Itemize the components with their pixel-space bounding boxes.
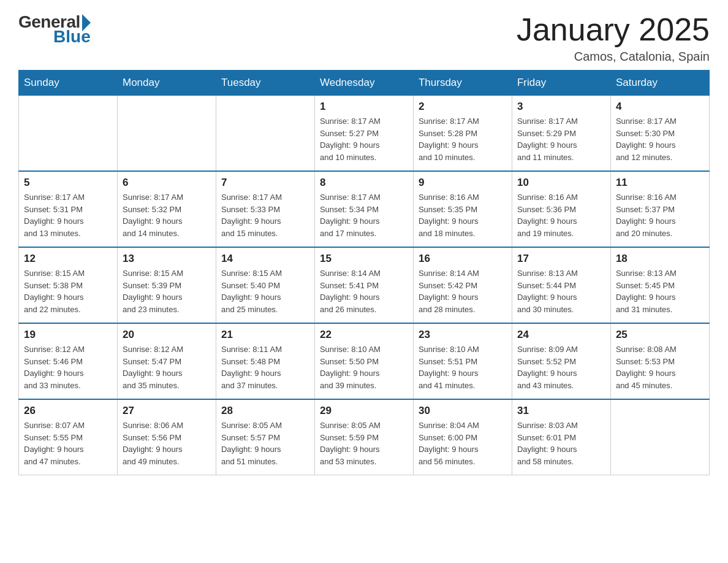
- day-number: 19: [24, 329, 112, 341]
- calendar-day-cell: 15Sunrise: 8:14 AMSunset: 5:41 PMDayligh…: [314, 247, 413, 323]
- calendar-day-cell: 18Sunrise: 8:13 AMSunset: 5:45 PMDayligh…: [610, 247, 709, 323]
- day-of-week-header: Monday: [117, 71, 216, 96]
- calendar-day-cell: 27Sunrise: 8:06 AMSunset: 5:56 PMDayligh…: [117, 399, 216, 475]
- day-number: 26: [24, 405, 112, 417]
- day-info: Sunrise: 8:13 AMSunset: 5:44 PMDaylight:…: [517, 267, 605, 315]
- day-info: Sunrise: 8:12 AMSunset: 5:47 PMDaylight:…: [123, 343, 211, 391]
- calendar-day-cell: [117, 96, 216, 172]
- calendar-day-cell: 17Sunrise: 8:13 AMSunset: 5:44 PMDayligh…: [512, 247, 610, 323]
- day-info: Sunrise: 8:14 AMSunset: 5:42 PMDaylight:…: [419, 267, 507, 315]
- calendar-day-cell: 14Sunrise: 8:15 AMSunset: 5:40 PMDayligh…: [216, 247, 314, 323]
- day-number: 29: [320, 405, 408, 417]
- calendar-day-cell: 5Sunrise: 8:17 AMSunset: 5:31 PMDaylight…: [19, 171, 118, 247]
- calendar-day-cell: 23Sunrise: 8:10 AMSunset: 5:51 PMDayligh…: [413, 323, 512, 399]
- calendar-day-cell: 24Sunrise: 8:09 AMSunset: 5:52 PMDayligh…: [512, 323, 610, 399]
- calendar-table: SundayMondayTuesdayWednesdayThursdayFrid…: [18, 70, 710, 475]
- calendar-day-cell: 3Sunrise: 8:17 AMSunset: 5:29 PMDaylight…: [512, 96, 610, 172]
- calendar-day-cell: 26Sunrise: 8:07 AMSunset: 5:55 PMDayligh…: [19, 399, 118, 475]
- day-info: Sunrise: 8:15 AMSunset: 5:40 PMDaylight:…: [221, 267, 309, 315]
- day-number: 15: [320, 253, 408, 265]
- day-number: 14: [221, 253, 309, 265]
- calendar-week-row: 12Sunrise: 8:15 AMSunset: 5:38 PMDayligh…: [19, 247, 710, 323]
- day-info: Sunrise: 8:15 AMSunset: 5:38 PMDaylight:…: [24, 267, 112, 315]
- day-number: 7: [221, 177, 309, 189]
- day-info: Sunrise: 8:17 AMSunset: 5:31 PMDaylight:…: [24, 191, 112, 239]
- day-number: 12: [24, 253, 112, 265]
- day-of-week-header: Tuesday: [216, 71, 314, 96]
- calendar-week-row: 19Sunrise: 8:12 AMSunset: 5:46 PMDayligh…: [19, 323, 710, 399]
- calendar-day-cell: 6Sunrise: 8:17 AMSunset: 5:32 PMDaylight…: [117, 171, 216, 247]
- calendar-day-cell: 29Sunrise: 8:05 AMSunset: 5:59 PMDayligh…: [314, 399, 413, 475]
- day-number: 9: [419, 177, 507, 189]
- day-info: Sunrise: 8:11 AMSunset: 5:48 PMDaylight:…: [221, 343, 309, 391]
- day-number: 17: [517, 253, 605, 265]
- day-info: Sunrise: 8:09 AMSunset: 5:52 PMDaylight:…: [517, 343, 605, 391]
- calendar-week-row: 1Sunrise: 8:17 AMSunset: 5:27 PMDaylight…: [19, 96, 710, 172]
- day-info: Sunrise: 8:05 AMSunset: 5:57 PMDaylight:…: [221, 419, 309, 467]
- calendar-day-cell: 7Sunrise: 8:17 AMSunset: 5:33 PMDaylight…: [216, 171, 314, 247]
- location-subtitle: Camos, Catalonia, Spain: [517, 50, 710, 64]
- calendar-day-cell: 20Sunrise: 8:12 AMSunset: 5:47 PMDayligh…: [117, 323, 216, 399]
- day-info: Sunrise: 8:03 AMSunset: 6:01 PMDaylight:…: [517, 419, 605, 467]
- calendar-week-row: 5Sunrise: 8:17 AMSunset: 5:31 PMDaylight…: [19, 171, 710, 247]
- day-info: Sunrise: 8:08 AMSunset: 5:53 PMDaylight:…: [616, 343, 704, 391]
- day-number: 1: [320, 101, 408, 113]
- day-number: 3: [517, 101, 605, 113]
- day-info: Sunrise: 8:16 AMSunset: 5:35 PMDaylight:…: [419, 191, 507, 239]
- day-number: 21: [221, 329, 309, 341]
- day-info: Sunrise: 8:10 AMSunset: 5:50 PMDaylight:…: [320, 343, 408, 391]
- day-number: 4: [616, 101, 704, 113]
- day-number: 20: [123, 329, 211, 341]
- day-number: 25: [616, 329, 704, 341]
- day-number: 30: [419, 405, 507, 417]
- day-number: 11: [616, 177, 704, 189]
- calendar-day-cell: 25Sunrise: 8:08 AMSunset: 5:53 PMDayligh…: [610, 323, 709, 399]
- day-number: 27: [123, 405, 211, 417]
- day-info: Sunrise: 8:17 AMSunset: 5:34 PMDaylight:…: [320, 191, 408, 239]
- day-of-week-header: Saturday: [610, 71, 709, 96]
- day-number: 28: [221, 405, 309, 417]
- day-number: 6: [123, 177, 211, 189]
- day-of-week-header: Sunday: [19, 71, 118, 96]
- calendar-day-cell: 2Sunrise: 8:17 AMSunset: 5:28 PMDaylight…: [413, 96, 512, 172]
- calendar-day-cell: 30Sunrise: 8:04 AMSunset: 6:00 PMDayligh…: [413, 399, 512, 475]
- calendar-day-cell: 21Sunrise: 8:11 AMSunset: 5:48 PMDayligh…: [216, 323, 314, 399]
- day-number: 31: [517, 405, 605, 417]
- day-info: Sunrise: 8:07 AMSunset: 5:55 PMDaylight:…: [24, 419, 112, 467]
- page-header: General Blue January 2025 Camos, Catalon…: [18, 12, 710, 64]
- day-info: Sunrise: 8:12 AMSunset: 5:46 PMDaylight:…: [24, 343, 112, 391]
- calendar-day-cell: [216, 96, 314, 172]
- day-info: Sunrise: 8:16 AMSunset: 5:36 PMDaylight:…: [517, 191, 605, 239]
- day-info: Sunrise: 8:17 AMSunset: 5:33 PMDaylight:…: [221, 191, 309, 239]
- logo-blue-text: Blue: [53, 27, 91, 47]
- day-number: 2: [419, 101, 507, 113]
- day-number: 8: [320, 177, 408, 189]
- day-info: Sunrise: 8:15 AMSunset: 5:39 PMDaylight:…: [123, 267, 211, 315]
- day-number: 13: [123, 253, 211, 265]
- calendar-day-cell: 8Sunrise: 8:17 AMSunset: 5:34 PMDaylight…: [314, 171, 413, 247]
- calendar-day-cell: [610, 399, 709, 475]
- calendar-day-cell: 9Sunrise: 8:16 AMSunset: 5:35 PMDaylight…: [413, 171, 512, 247]
- day-number: 16: [419, 253, 507, 265]
- calendar-day-cell: 16Sunrise: 8:14 AMSunset: 5:42 PMDayligh…: [413, 247, 512, 323]
- calendar-week-row: 26Sunrise: 8:07 AMSunset: 5:55 PMDayligh…: [19, 399, 710, 475]
- calendar-day-cell: 10Sunrise: 8:16 AMSunset: 5:36 PMDayligh…: [512, 171, 610, 247]
- day-of-week-header: Friday: [512, 71, 610, 96]
- day-number: 18: [616, 253, 704, 265]
- calendar-day-cell: [19, 96, 118, 172]
- calendar-header-row: SundayMondayTuesdayWednesdayThursdayFrid…: [19, 71, 710, 96]
- calendar-day-cell: 1Sunrise: 8:17 AMSunset: 5:27 PMDaylight…: [314, 96, 413, 172]
- day-number: 5: [24, 177, 112, 189]
- day-info: Sunrise: 8:17 AMSunset: 5:32 PMDaylight:…: [123, 191, 211, 239]
- calendar-day-cell: 31Sunrise: 8:03 AMSunset: 6:01 PMDayligh…: [512, 399, 610, 475]
- day-info: Sunrise: 8:04 AMSunset: 6:00 PMDaylight:…: [419, 419, 507, 467]
- calendar-day-cell: 28Sunrise: 8:05 AMSunset: 5:57 PMDayligh…: [216, 399, 314, 475]
- calendar-day-cell: 13Sunrise: 8:15 AMSunset: 5:39 PMDayligh…: [117, 247, 216, 323]
- day-number: 22: [320, 329, 408, 341]
- month-year-title: January 2025: [517, 12, 710, 47]
- day-number: 23: [419, 329, 507, 341]
- calendar-day-cell: 22Sunrise: 8:10 AMSunset: 5:50 PMDayligh…: [314, 323, 413, 399]
- day-info: Sunrise: 8:16 AMSunset: 5:37 PMDaylight:…: [616, 191, 704, 239]
- day-info: Sunrise: 8:17 AMSunset: 5:30 PMDaylight:…: [616, 115, 704, 163]
- day-info: Sunrise: 8:06 AMSunset: 5:56 PMDaylight:…: [123, 419, 211, 467]
